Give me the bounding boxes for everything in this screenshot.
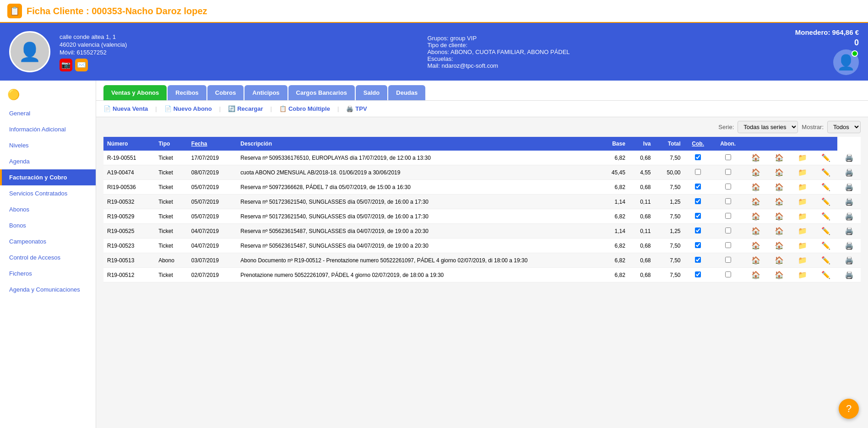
monedero-num: 0: [854, 38, 859, 48]
abon-checkbox-2[interactable]: [725, 184, 731, 190]
folder-icon-7[interactable]: 📁: [791, 253, 814, 268]
mostrar-select[interactable]: Todos: [827, 121, 861, 133]
sidebar-item-facturación-y-cobro[interactable]: Facturación y Cobro: [0, 169, 96, 185]
help-button[interactable]: ?: [839, 399, 859, 419]
green-house-icon-8[interactable]: 🏠: [767, 268, 791, 282]
sidebar-item-ficheros[interactable]: Ficheros: [0, 265, 96, 282]
tab-saldo[interactable]: Saldo: [356, 85, 387, 100]
sidebar-item-servicios-contratados[interactable]: Servicios Contratados: [0, 185, 96, 201]
folder-icon-5[interactable]: 📁: [791, 224, 814, 238]
cob-checkbox-1[interactable]: [695, 169, 701, 175]
serie-select[interactable]: Todas las series: [738, 121, 798, 133]
folder-icon-4[interactable]: 📁: [791, 209, 814, 224]
red-house-icon-8[interactable]: 🏠: [744, 268, 768, 282]
tab-recibos[interactable]: Recibos: [168, 85, 206, 100]
edit-icon-0[interactable]: ✏️: [814, 151, 837, 165]
tpv-button[interactable]: 🖨️ TPV: [346, 105, 367, 112]
tab-deudas[interactable]: Deudas: [388, 85, 425, 100]
folder-icon-6[interactable]: 📁: [791, 238, 814, 253]
email-icon[interactable]: ✉️: [75, 59, 88, 71]
tab-cargos-bancarios[interactable]: Cargos Bancarios: [288, 85, 355, 100]
abon-checkbox-8[interactable]: [725, 271, 731, 277]
edit-icon-5[interactable]: ✏️: [814, 224, 837, 238]
abon-checkbox-1[interactable]: [725, 169, 731, 175]
edit-icon-8[interactable]: ✏️: [814, 268, 837, 282]
tab-ventas-y-abonos[interactable]: Ventas y Abonos: [103, 85, 167, 100]
col-cob[interactable]: Cob.: [684, 137, 712, 151]
instagram-icon[interactable]: 📷: [60, 59, 72, 71]
sidebar-item-niveles[interactable]: Niveles: [0, 137, 96, 153]
edit-icon-3[interactable]: ✏️: [814, 195, 837, 209]
red-house-icon-5[interactable]: 🏠: [744, 224, 768, 238]
print-icon-2[interactable]: 🖨️: [837, 180, 861, 195]
cob-checkbox-4[interactable]: [695, 213, 701, 219]
red-house-icon-0[interactable]: 🏠: [744, 151, 768, 165]
print-icon-1[interactable]: 🖨️: [837, 165, 861, 180]
red-house-icon-4[interactable]: 🏠: [744, 209, 768, 224]
edit-icon-1[interactable]: ✏️: [814, 165, 837, 180]
col-fecha[interactable]: Fecha: [188, 137, 237, 151]
print-icon-4[interactable]: 🖨️: [837, 209, 861, 224]
green-house-icon-2[interactable]: 🏠: [767, 180, 791, 195]
folder-icon-3[interactable]: 📁: [791, 195, 814, 209]
print-icon-8[interactable]: 🖨️: [837, 268, 861, 282]
edit-icon-6[interactable]: ✏️: [814, 238, 837, 253]
cob-checkbox-5[interactable]: [695, 228, 701, 233]
folder-icon-1[interactable]: 📁: [791, 165, 814, 180]
abon-checkbox-5[interactable]: [725, 228, 731, 233]
print-icon-6[interactable]: 🖨️: [837, 238, 861, 253]
green-house-icon-7[interactable]: 🏠: [767, 253, 791, 268]
red-house-icon-3[interactable]: 🏠: [744, 195, 768, 209]
green-house-icon-5[interactable]: 🏠: [767, 224, 791, 238]
sidebar-item-bonos[interactable]: Bonos: [0, 217, 96, 233]
green-house-icon-0[interactable]: 🏠: [767, 151, 791, 165]
cob-checkbox-0[interactable]: [695, 154, 701, 160]
abon-checkbox-4[interactable]: [725, 213, 731, 219]
sidebar-item-agenda[interactable]: Agenda: [0, 153, 96, 169]
sidebar-item-general[interactable]: General: [0, 105, 96, 121]
cob-checkbox-8[interactable]: [695, 271, 701, 277]
abon-checkbox-0[interactable]: [725, 154, 731, 160]
folder-icon-0[interactable]: 📁: [791, 151, 814, 165]
abon-checkbox-3[interactable]: [725, 198, 731, 204]
print-icon-0[interactable]: 🖨️: [837, 151, 861, 165]
title-icon: 📋: [7, 4, 22, 18]
cob-checkbox-3[interactable]: [695, 198, 701, 204]
client-abonos: Abonos: ABONO, CUOTA FAMILIAR, ABONO PÁD…: [427, 49, 786, 55]
nuevo-abono-button[interactable]: 📄 Nuevo Abono: [164, 105, 212, 112]
edit-icon-4[interactable]: ✏️: [814, 209, 837, 224]
green-house-icon-1[interactable]: 🏠: [767, 165, 791, 180]
print-icon-3[interactable]: 🖨️: [837, 195, 861, 209]
recargar-button[interactable]: 🔄 Recargar: [228, 105, 263, 112]
sidebar-item-agenda-y-comunicaciones[interactable]: Agenda y Comunicaciones: [0, 282, 96, 298]
red-house-icon-2[interactable]: 🏠: [744, 180, 768, 195]
print-icon-5[interactable]: 🖨️: [837, 224, 861, 238]
cob-checkbox-6[interactable]: [695, 242, 701, 248]
green-house-icon-4[interactable]: 🏠: [767, 209, 791, 224]
print-icon-7[interactable]: 🖨️: [837, 253, 861, 268]
tab-cobros[interactable]: Cobros: [207, 85, 244, 100]
cob-checkbox-2[interactable]: [695, 184, 701, 190]
red-house-icon-7[interactable]: 🏠: [744, 253, 768, 268]
folder-icon-2[interactable]: 📁: [791, 180, 814, 195]
red-house-icon-6[interactable]: 🏠: [744, 238, 768, 253]
col-total: Total: [655, 137, 684, 151]
table-row: R19-00532Ticket05/07/2019Reserva nº 5017…: [103, 195, 861, 209]
folder-icon-8[interactable]: 📁: [791, 268, 814, 282]
recargar-icon: 🔄: [228, 105, 235, 112]
sidebar-item-abonos[interactable]: Abonos: [0, 201, 96, 217]
cobro-multiple-button[interactable]: 📋 Cobro Múltiple: [279, 105, 330, 112]
abon-checkbox-7[interactable]: [725, 257, 731, 263]
sidebar-item-información-adicional[interactable]: Información Adicional: [0, 121, 96, 137]
sidebar-item-control-de-accesos[interactable]: Control de Accesos: [0, 249, 96, 265]
green-house-icon-6[interactable]: 🏠: [767, 238, 791, 253]
edit-icon-7[interactable]: ✏️: [814, 253, 837, 268]
red-house-icon-1[interactable]: 🏠: [744, 165, 768, 180]
nueva-venta-button[interactable]: 📄 Nueva Venta: [103, 105, 148, 112]
edit-icon-2[interactable]: ✏️: [814, 180, 837, 195]
sidebar-item-campeonatos[interactable]: Campeonatos: [0, 233, 96, 249]
cob-checkbox-7[interactable]: [695, 257, 701, 263]
abon-checkbox-6[interactable]: [725, 242, 731, 248]
tab-anticipos[interactable]: Anticipos: [244, 85, 287, 100]
green-house-icon-3[interactable]: 🏠: [767, 195, 791, 209]
